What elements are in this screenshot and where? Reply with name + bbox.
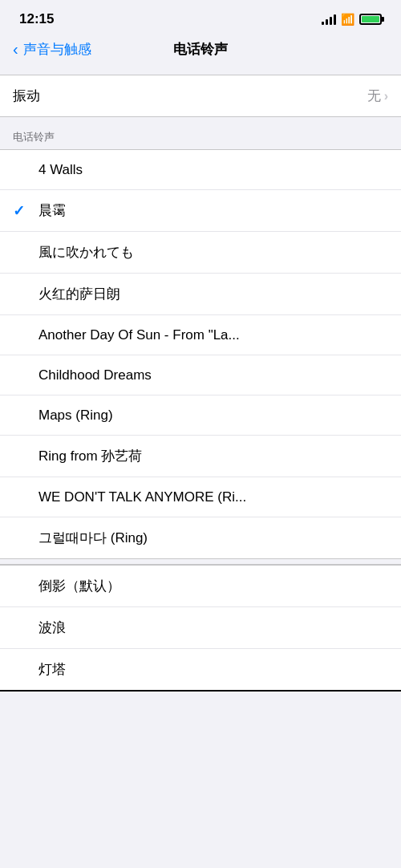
nav-bar: ‹ 声音与触感 电话铃声 <box>0 34 401 68</box>
list-item[interactable]: 倒影（默认） <box>0 566 401 607</box>
ringtone-name: 晨霭 <box>38 201 388 220</box>
list-item[interactable]: 風に吹かれても <box>0 232 401 274</box>
ringtone-name: 倒影（默认） <box>38 577 388 595</box>
list-item[interactable]: 4 Walls <box>0 150 401 190</box>
ringtone-name: 火红的萨日朗 <box>38 285 388 303</box>
signal-icon <box>322 14 336 25</box>
back-button[interactable]: ‹ 声音与触感 <box>13 40 91 59</box>
vibration-label: 振动 <box>13 87 40 105</box>
back-label: 声音与触感 <box>23 40 91 59</box>
vibration-value: 无 › <box>367 87 388 105</box>
chevron-right-icon: › <box>384 89 388 103</box>
wifi-icon: 📶 <box>341 13 354 26</box>
page-title: 电话铃声 <box>173 40 228 59</box>
ringtone-name: Ring from 孙艺荷 <box>38 447 388 465</box>
list-item[interactable]: 灯塔 <box>0 649 401 692</box>
list-item[interactable]: Maps (Ring) <box>0 395 401 436</box>
ringtone-name: 그럴때마다 (Ring) <box>38 529 388 547</box>
vibration-row[interactable]: 振动 无 › <box>0 75 401 116</box>
list-item[interactable]: WE DON'T TALK ANYMORE (Ri... <box>0 477 401 517</box>
ringtone-name: 灯塔 <box>38 660 388 679</box>
ringtone-list-bottom: 倒影（默认）波浪灯塔 <box>0 565 401 692</box>
battery-icon <box>359 14 382 25</box>
vibration-section: 振动 无 › <box>0 75 401 117</box>
status-time: 12:15 <box>19 11 54 27</box>
ringtone-name: 波浪 <box>38 619 388 637</box>
checkmark-icon: ✓ <box>13 202 29 220</box>
vibration-current-value: 无 <box>367 87 381 105</box>
status-bar: 12:15 📶 <box>0 0 401 34</box>
ringtone-name: Another Day Of Sun - From "La... <box>38 327 388 343</box>
list-item[interactable]: 火红的萨日朗 <box>0 274 401 315</box>
list-item[interactable]: ✓晨霭 <box>0 190 401 232</box>
ringtone-name: WE DON'T TALK ANYMORE (Ri... <box>38 489 388 505</box>
status-icons: 📶 <box>322 13 382 26</box>
list-item[interactable]: 그럴때마다 (Ring) <box>0 517 401 558</box>
ringtone-name: Childhood Dreams <box>38 367 388 383</box>
list-item[interactable]: Ring from 孙艺荷 <box>0 436 401 477</box>
ringtone-name: 4 Walls <box>38 162 388 178</box>
ringtone-name: 風に吹かれても <box>38 243 388 262</box>
list-item[interactable]: Childhood Dreams <box>0 355 401 395</box>
list-item[interactable]: Another Day Of Sun - From "La... <box>0 315 401 355</box>
list-item[interactable]: 波浪 <box>0 607 401 649</box>
ringtone-section-label: 电话铃声 <box>0 124 401 149</box>
ringtone-name: Maps (Ring) <box>38 408 388 424</box>
chevron-left-icon: ‹ <box>13 40 18 59</box>
ringtone-list-top: 4 Walls✓晨霭風に吹かれても火红的萨日朗Another Day Of Su… <box>0 149 401 558</box>
section-divider <box>0 558 401 565</box>
